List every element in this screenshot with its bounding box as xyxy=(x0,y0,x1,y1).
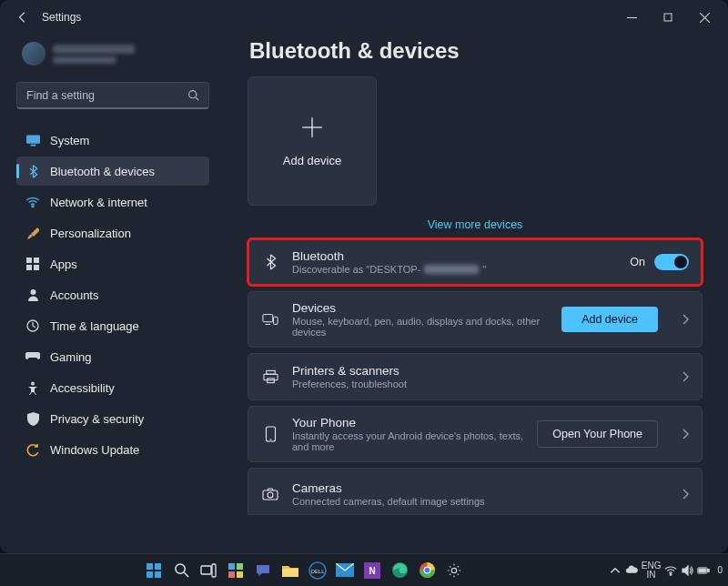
svg-rect-35 xyxy=(212,564,216,577)
sidebar-item-bluetooth[interactable]: Bluetooth & devices xyxy=(16,157,209,186)
system-tray[interactable]: ENGIN 0 xyxy=(609,561,728,580)
account-block[interactable] xyxy=(16,38,209,76)
svg-point-13 xyxy=(30,289,35,295)
close-button[interactable] xyxy=(686,4,723,31)
cameras-card[interactable]: Cameras Connected cameras, default image… xyxy=(248,468,703,515)
your-phone-card-title: Your Phone xyxy=(292,416,524,429)
bluetooth-toggle[interactable] xyxy=(654,254,689,270)
your-phone-card[interactable]: Your Phone Instantly access your Android… xyxy=(248,406,703,462)
start-button[interactable] xyxy=(143,560,165,581)
person-icon xyxy=(25,288,40,302)
sidebar-item-label: Personalization xyxy=(50,227,131,240)
svg-point-32 xyxy=(176,564,185,573)
add-device-button[interactable]: Add device xyxy=(561,307,658,332)
sidebar-item-label: System xyxy=(50,134,89,147)
sidebar-item-label: Apps xyxy=(50,258,77,271)
chrome-icon[interactable] xyxy=(416,560,438,581)
sidebar-item-gaming[interactable]: Gaming xyxy=(16,342,209,371)
game-icon xyxy=(25,349,40,364)
sidebar-item-label: Bluetooth & devices xyxy=(50,165,155,178)
devices-card-title: Devices xyxy=(292,301,549,315)
wifi-tray-icon[interactable] xyxy=(664,564,677,577)
svg-rect-11 xyxy=(26,265,32,270)
view-more-devices-link[interactable]: View more devices xyxy=(248,218,703,231)
sidebar-item-time[interactable]: Time & language xyxy=(16,311,209,340)
display-icon xyxy=(25,133,40,147)
camera-icon xyxy=(261,488,279,500)
clock[interactable]: 0 xyxy=(717,565,723,575)
sidebar-item-accounts[interactable]: Accounts xyxy=(16,280,209,309)
volume-tray-icon[interactable] xyxy=(681,564,693,577)
svg-rect-12 xyxy=(34,265,39,270)
printer-icon xyxy=(261,369,279,384)
devices-card-sub: Mouse, keyboard, pen, audio, displays an… xyxy=(292,316,549,338)
sidebar-item-label: Accounts xyxy=(50,288,98,302)
onenote-icon[interactable]: N xyxy=(361,560,383,581)
explorer-icon[interactable] xyxy=(279,560,301,581)
maximize-button[interactable] xyxy=(650,4,686,31)
svg-rect-28 xyxy=(147,563,153,570)
svg-point-51 xyxy=(452,568,457,572)
chevron-right-icon xyxy=(682,371,689,382)
plus-icon xyxy=(300,116,324,139)
printers-card-title: Printers & scanners xyxy=(292,364,658,378)
search-taskbar-icon[interactable] xyxy=(170,560,192,581)
sidebar-item-accessibility[interactable]: Accessibility xyxy=(16,373,209,402)
edge-icon[interactable] xyxy=(389,560,410,581)
svg-rect-30 xyxy=(147,571,153,578)
account-email-redacted xyxy=(53,56,116,64)
search-placeholder: Find a setting xyxy=(26,89,187,102)
bluetooth-icon xyxy=(25,164,40,178)
chevron-right-icon xyxy=(682,489,689,500)
page-title: Bluetooth & devices xyxy=(249,38,703,64)
settings-taskbar-icon[interactable] xyxy=(443,560,465,581)
svg-line-5 xyxy=(196,97,198,100)
sidebar-item-update[interactable]: Windows Update xyxy=(16,435,209,464)
svg-rect-54 xyxy=(699,569,706,572)
svg-rect-1 xyxy=(664,14,672,21)
sidebar-item-label: Gaming xyxy=(50,350,92,364)
clock-icon xyxy=(25,318,40,333)
task-view-icon[interactable] xyxy=(197,560,219,581)
svg-rect-18 xyxy=(263,315,273,322)
sidebar-item-personalization[interactable]: Personalization xyxy=(16,218,209,248)
sidebar-item-label: Privacy & security xyxy=(50,412,144,426)
chat-icon[interactable] xyxy=(252,560,274,581)
back-button[interactable] xyxy=(11,5,35,29)
search-input[interactable]: Find a setting xyxy=(16,82,209,109)
open-your-phone-button[interactable]: Open Your Phone xyxy=(537,420,658,448)
svg-rect-34 xyxy=(201,566,211,574)
mail-icon[interactable] xyxy=(334,560,356,581)
svg-rect-39 xyxy=(237,571,243,578)
battery-tray-icon[interactable] xyxy=(697,564,710,577)
widgets-icon[interactable] xyxy=(225,560,247,581)
svg-rect-37 xyxy=(237,563,243,570)
sidebar-item-label: Windows Update xyxy=(50,443,139,457)
access-icon xyxy=(25,380,40,395)
sidebar-item-label: Time & language xyxy=(50,319,139,333)
nav-list: SystemBluetooth & devicesNetwork & inter… xyxy=(16,126,209,464)
language-indicator[interactable]: ENGIN xyxy=(642,561,662,580)
bluetooth-toggle-label: On xyxy=(630,256,645,268)
add-device-tile[interactable]: Add device xyxy=(248,76,377,206)
sidebar-item-network[interactable]: Network & internet xyxy=(16,187,209,217)
sidebar-item-apps[interactable]: Apps xyxy=(16,249,209,278)
add-device-tile-label: Add device xyxy=(283,154,341,167)
sidebar: Find a setting SystemBluetooth & devices… xyxy=(0,35,222,553)
settings-window: Settings Find a setting SystemBluetooth … xyxy=(0,0,728,553)
dell-icon[interactable]: DELL xyxy=(307,560,329,581)
minimize-button[interactable] xyxy=(613,4,650,31)
devices-card[interactable]: Devices Mouse, keyboard, pen, audio, dis… xyxy=(248,291,703,348)
search-icon xyxy=(187,89,199,101)
sidebar-item-privacy[interactable]: Privacy & security xyxy=(16,404,209,433)
onedrive-tray-icon[interactable] xyxy=(625,564,638,577)
printers-card[interactable]: Printers & scanners Preferences, trouble… xyxy=(248,353,703,400)
bluetooth-card: Bluetooth Discoverable as "DESKTOP-" On xyxy=(248,238,703,286)
svg-rect-40 xyxy=(282,569,298,577)
bluetooth-card-title: Bluetooth xyxy=(292,249,617,263)
svg-text:N: N xyxy=(369,566,376,576)
svg-rect-31 xyxy=(155,571,161,578)
chevron-up-icon[interactable] xyxy=(609,564,622,577)
svg-rect-55 xyxy=(708,569,710,571)
sidebar-item-system[interactable]: System xyxy=(16,126,209,155)
